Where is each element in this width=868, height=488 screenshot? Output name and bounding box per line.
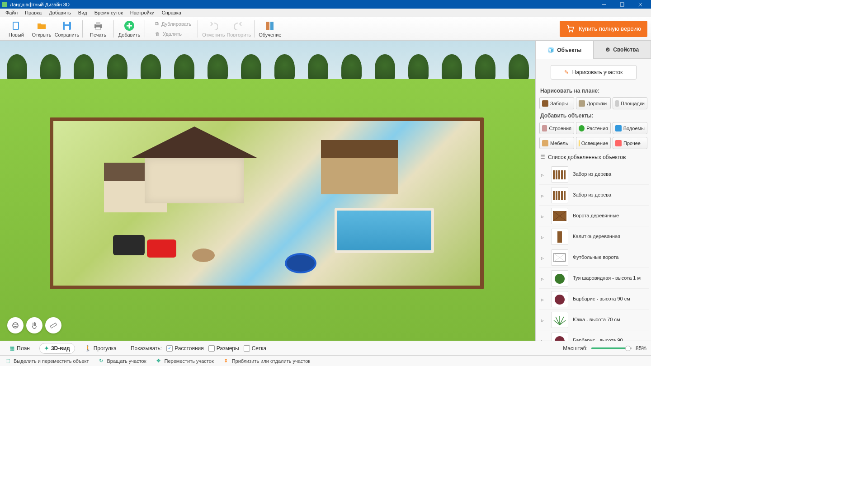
open-button[interactable]: Открыть (29, 18, 54, 40)
list-item[interactable]: ▹Забор из дерева (539, 185, 649, 206)
menu-settings[interactable]: Настройки (127, 9, 158, 16)
svg-point-40 (555, 295, 565, 305)
list-item[interactable]: ▹Барбарис - высота 90 см (539, 289, 649, 310)
svg-rect-25 (561, 170, 563, 179)
svg-rect-27 (553, 191, 555, 200)
new-button[interactable]: Новый (4, 18, 29, 40)
chair-icon (542, 140, 548, 146)
list-item[interactable]: ▹Забор из дерева (539, 164, 649, 185)
menu-time[interactable]: Время суток (91, 9, 127, 16)
svg-rect-16 (270, 22, 274, 30)
tab-objects[interactable]: 🧊Объекты (536, 41, 594, 59)
category-furniture[interactable]: Мебель (539, 137, 574, 149)
item-type-icon: ▹ (541, 234, 547, 239)
menu-file[interactable]: Файл (2, 9, 21, 16)
item-name: Барбарис - высота 90 см (573, 296, 647, 302)
list-item[interactable]: ▹Ворота деревянные (539, 206, 649, 226)
list-item[interactable]: ▹Туя шаровидная - высота 1 м (539, 268, 649, 289)
objects-icon: 🧊 (547, 47, 554, 53)
item-name: Футбольные ворота (573, 254, 647, 260)
list-item[interactable]: ▹Футбольные ворота (539, 247, 649, 268)
item-thumb (551, 333, 568, 341)
print-icon (93, 20, 104, 31)
plan-icon: ▦ (9, 345, 14, 352)
redo-icon (233, 20, 244, 31)
list-item[interactable]: ▹Юкка - высота 70 см (539, 310, 649, 330)
book-icon (264, 20, 275, 31)
redo-button: Повторить (226, 18, 251, 40)
item-type-icon: ▹ (541, 317, 547, 323)
app-title: Ландшафтный Дизайн 3D (10, 2, 595, 7)
svg-point-39 (555, 274, 565, 284)
menu-edit[interactable]: Правка (21, 9, 45, 16)
area-icon (615, 100, 619, 107)
svg-rect-10 (96, 22, 100, 25)
measure-tool[interactable] (45, 317, 61, 333)
item-type-icon: ▹ (541, 172, 547, 177)
item-type-icon: ▹ (541, 296, 547, 302)
menu-view[interactable]: Вид (75, 9, 91, 16)
item-thumb (551, 291, 568, 307)
category-buildings[interactable]: Строения (539, 122, 574, 134)
item-thumb (551, 229, 568, 245)
pan-tool[interactable] (26, 317, 42, 333)
view-plan[interactable]: ▦План (5, 343, 35, 354)
add-button[interactable]: Добавить (117, 18, 142, 40)
svg-point-17 (569, 31, 570, 32)
svg-rect-11 (96, 27, 100, 30)
category-water[interactable]: Водоемы (613, 122, 647, 134)
maximize-button[interactable] (613, 0, 631, 9)
view-walk[interactable]: 🚶Прогулка (80, 343, 122, 354)
object-list-title: Список добавленных объектов (548, 154, 626, 160)
item-type-icon: ▹ (541, 213, 547, 219)
item-name: Калитка деревянная (573, 234, 647, 239)
close-button[interactable] (631, 0, 649, 9)
category-paths[interactable]: Дорожки (576, 97, 611, 109)
svg-rect-29 (558, 191, 560, 200)
svg-point-18 (571, 31, 573, 32)
svg-rect-26 (564, 170, 566, 179)
tree-icon (579, 125, 585, 131)
category-lighting[interactable]: Освещение (576, 137, 611, 149)
viewport-3d[interactable] (0, 41, 535, 341)
checkbox-sizes[interactable]: Размеры (208, 345, 239, 352)
minimize-button[interactable] (595, 0, 613, 9)
move-icon: ✥ (156, 358, 162, 364)
buy-button[interactable]: Купить полную версию (560, 21, 647, 37)
cursor-icon: ⬚ (5, 358, 11, 364)
learn-button[interactable]: Обучение (257, 18, 283, 40)
show-label: Показывать: (131, 345, 162, 352)
save-button[interactable]: Сохранить (54, 18, 80, 40)
list-item[interactable]: ▹Калитка деревянная (539, 226, 649, 247)
item-thumb (551, 208, 568, 224)
new-icon (11, 20, 22, 31)
cart-icon (566, 25, 574, 33)
view-3d[interactable]: ✦3D-вид (39, 343, 75, 354)
zoom-slider[interactable] (591, 347, 632, 349)
print-button[interactable]: Печать (85, 18, 111, 40)
save-icon (61, 20, 72, 31)
category-fences[interactable]: Заборы (539, 97, 574, 109)
menu-add[interactable]: Добавить (45, 9, 75, 16)
checkbox-grid[interactable]: Сетка (244, 345, 267, 352)
svg-rect-21 (50, 323, 57, 328)
checkbox-distances[interactable]: ✓Расстояния (166, 345, 204, 352)
svg-rect-23 (556, 170, 557, 179)
add-section-title: Добавить объекты: (536, 111, 651, 121)
category-other[interactable]: Прочее (613, 137, 647, 149)
item-type-icon: ▹ (541, 338, 547, 341)
svg-rect-8 (65, 26, 69, 30)
draw-plot-button[interactable]: ✎ Нарисовать участок (551, 65, 637, 80)
category-areas[interactable]: Площадки (613, 97, 647, 109)
category-plants[interactable]: Растения (576, 122, 611, 134)
object-list[interactable]: ▹Забор из дерева▹Забор из дерева▹Ворота … (536, 164, 651, 341)
list-icon: ☰ (540, 154, 545, 160)
list-item[interactable]: ▹Барбарис - высота 90 (539, 330, 649, 341)
menu-help[interactable]: Справка (158, 9, 185, 16)
svg-point-46 (555, 336, 565, 341)
orbit-tool[interactable] (7, 317, 24, 333)
add-icon (124, 20, 135, 31)
3d-icon: ✦ (44, 345, 49, 352)
fence-icon (542, 100, 548, 107)
tab-properties[interactable]: ⚙Свойства (594, 41, 651, 59)
